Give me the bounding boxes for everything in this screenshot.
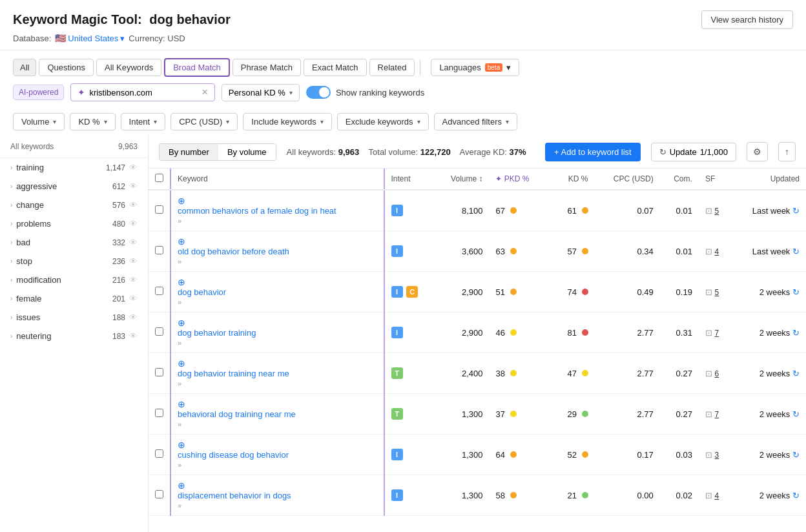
total-keywords: 9,963 xyxy=(338,147,360,157)
eye-icon[interactable]: 👁 xyxy=(129,200,138,210)
sidebar-item-problems[interactable]: › problems 480 👁 xyxy=(0,214,148,233)
sf-num[interactable]: 4 xyxy=(715,247,719,256)
refresh-icon[interactable]: ↻ xyxy=(792,287,800,297)
sidebar-item-aggressive[interactable]: › aggressive 612 👁 xyxy=(0,177,148,196)
sf-num[interactable]: 5 xyxy=(715,207,719,216)
eye-icon[interactable]: 👁 xyxy=(129,294,138,303)
include-keywords-button[interactable]: Include keywords ▾ xyxy=(243,113,331,130)
sf-icon[interactable]: ⊡ xyxy=(705,206,712,216)
eye-icon[interactable]: 👁 xyxy=(129,312,138,322)
tab-exact-match[interactable]: Exact Match xyxy=(304,59,367,76)
sf-num[interactable]: 6 xyxy=(715,369,719,378)
keyword-link[interactable]: old dog behavior before death xyxy=(178,247,377,256)
row-checkbox[interactable] xyxy=(155,449,163,458)
eye-icon[interactable]: 👁 xyxy=(129,219,138,229)
select-all-checkbox[interactable] xyxy=(155,174,163,182)
add-keyword-icon[interactable]: ⊕ xyxy=(178,277,185,287)
keyword-link[interactable]: common behaviors of a female dog in heat xyxy=(178,206,377,216)
add-keyword-icon[interactable]: ⊕ xyxy=(178,236,185,247)
sf-icon[interactable]: ⊡ xyxy=(705,369,712,378)
view-history-button[interactable]: View search history xyxy=(701,10,793,29)
eye-icon[interactable]: 👁 xyxy=(129,275,138,285)
refresh-icon[interactable]: ↻ xyxy=(792,328,800,338)
sf-icon[interactable]: ⊡ xyxy=(705,328,712,338)
keyword-link[interactable]: behavioral dog training near me xyxy=(178,409,377,419)
tab-all[interactable]: All xyxy=(13,59,36,76)
domain-input[interactable] xyxy=(89,88,198,97)
col-volume[interactable]: Volume ↕ xyxy=(434,169,490,190)
row-checkbox[interactable] xyxy=(155,368,163,376)
row-checkbox[interactable] xyxy=(155,327,163,336)
add-keyword-icon[interactable]: ⊕ xyxy=(178,318,185,328)
show-ranking-label: Show ranking keywords xyxy=(336,88,424,97)
clear-domain-button[interactable]: × xyxy=(202,87,207,97)
add-keyword-icon[interactable]: ⊕ xyxy=(178,440,185,450)
tab-related[interactable]: Related xyxy=(369,59,415,76)
add-keyword-icon[interactable]: ⊕ xyxy=(178,196,185,206)
add-keyword-icon[interactable]: ⊕ xyxy=(178,480,185,491)
add-to-keyword-list-button[interactable]: + Add to keyword list xyxy=(545,143,641,161)
intent-filter-button[interactable]: Intent ▾ xyxy=(121,113,166,130)
sf-num[interactable]: 4 xyxy=(715,491,719,500)
keyword-link[interactable]: dog behavior training xyxy=(178,328,377,338)
row-checkbox[interactable] xyxy=(155,205,163,214)
tab-broad-match[interactable]: Broad Match xyxy=(164,58,230,77)
kd-value: 29 xyxy=(567,409,576,419)
sf-num[interactable]: 3 xyxy=(715,451,719,460)
settings-button[interactable]: ⚙ xyxy=(747,142,768,161)
refresh-icon[interactable]: ↻ xyxy=(792,206,800,216)
eye-icon[interactable]: 👁 xyxy=(129,331,138,341)
eye-icon[interactable]: 👁 xyxy=(129,238,138,247)
row-checkbox[interactable] xyxy=(155,490,163,498)
row-checkbox[interactable] xyxy=(155,409,163,417)
show-ranking-toggle[interactable] xyxy=(306,86,331,99)
by-volume-button[interactable]: By volume xyxy=(218,144,276,160)
keyword-link[interactable]: dog behavior xyxy=(178,287,377,297)
sidebar-item-bad[interactable]: › bad 332 👁 xyxy=(0,233,148,252)
sidebar-item-issues[interactable]: › issues 188 👁 xyxy=(0,308,148,327)
sidebar-item-training[interactable]: › training 1,147 👁 xyxy=(0,158,148,177)
volume-filter-button[interactable]: Volume ▾ xyxy=(13,113,65,130)
sidebar-item-change[interactable]: › change 576 👁 xyxy=(0,196,148,214)
refresh-icon[interactable]: ↻ xyxy=(792,450,800,460)
eye-icon[interactable]: 👁 xyxy=(129,181,138,191)
refresh-icon[interactable]: ↻ xyxy=(792,491,800,500)
kd-filter-button[interactable]: KD % ▾ xyxy=(70,113,115,130)
sf-num[interactable]: 5 xyxy=(715,288,719,297)
sf-icon[interactable]: ⊡ xyxy=(705,409,712,419)
refresh-icon[interactable]: ↻ xyxy=(792,369,800,378)
sf-num[interactable]: 7 xyxy=(715,329,719,338)
refresh-icon[interactable]: ↻ xyxy=(792,247,800,256)
languages-button[interactable]: Languages beta ▾ xyxy=(431,59,519,76)
eye-icon[interactable]: 👁 xyxy=(129,256,138,266)
sf-icon[interactable]: ⊡ xyxy=(705,287,712,297)
tab-phrase-match[interactable]: Phrase Match xyxy=(232,59,301,76)
row-checkbox[interactable] xyxy=(155,287,163,295)
add-keyword-icon[interactable]: ⊕ xyxy=(178,399,185,409)
sidebar-item-female[interactable]: › female 201 👁 xyxy=(0,289,148,308)
exclude-keywords-button[interactable]: Exclude keywords ▾ xyxy=(337,113,429,130)
sidebar-item-stop[interactable]: › stop 236 👁 xyxy=(0,252,148,271)
keyword-link[interactable]: cushing disease dog behavior xyxy=(178,450,377,460)
export-button[interactable]: ↑ xyxy=(778,142,796,161)
tab-all-keywords[interactable]: All Keywords xyxy=(96,59,161,76)
tab-questions[interactable]: Questions xyxy=(39,59,94,76)
by-number-button[interactable]: By number xyxy=(160,144,218,160)
advanced-filters-button[interactable]: Advanced filters ▾ xyxy=(434,113,518,130)
cpc-filter-button[interactable]: CPC (USD) ▾ xyxy=(170,113,238,130)
update-button[interactable]: ↻ Update 1/1,000 xyxy=(651,143,736,161)
kd-select-button[interactable]: Personal KD % ▾ xyxy=(222,84,300,101)
add-keyword-icon[interactable]: ⊕ xyxy=(178,358,185,369)
keyword-link[interactable]: dog behavior training near me xyxy=(178,369,377,378)
sf-icon[interactable]: ⊡ xyxy=(705,491,712,500)
eye-icon[interactable]: 👁 xyxy=(129,163,138,172)
row-checkbox[interactable] xyxy=(155,246,163,254)
refresh-icon[interactable]: ↻ xyxy=(792,409,800,419)
sidebar-item-modification[interactable]: › modification 216 👁 xyxy=(0,271,148,289)
keyword-link[interactable]: displacement behavior in dogs xyxy=(178,491,377,500)
country-link[interactable]: 🇺🇸 United States ▾ xyxy=(55,33,125,43)
sf-icon[interactable]: ⊡ xyxy=(705,450,712,460)
sf-num[interactable]: 7 xyxy=(715,410,719,419)
sidebar-item-neutering[interactable]: › neutering 183 👁 xyxy=(0,327,148,345)
sf-icon[interactable]: ⊡ xyxy=(705,247,712,256)
